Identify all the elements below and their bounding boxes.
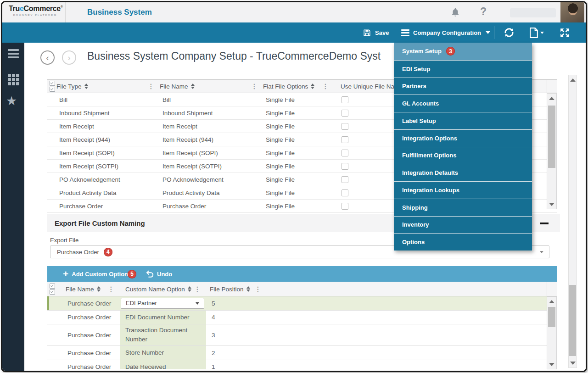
column-header-file-position[interactable]: File Position ⋮ bbox=[206, 282, 267, 296]
export-file-label: Export File bbox=[50, 237, 78, 244]
table-row[interactable]: Purchase Order Date Received 1 bbox=[47, 360, 547, 369]
user-name-redacted bbox=[510, 8, 556, 17]
save-button[interactable]: Save bbox=[363, 22, 389, 43]
select-all-checkboxes-icon[interactable] bbox=[47, 282, 59, 296]
column-menu-icon[interactable]: ⋮ bbox=[108, 285, 114, 293]
scroll-down-arrow[interactable] bbox=[569, 359, 577, 367]
divider bbox=[494, 26, 494, 39]
scroll-up-arrow[interactable] bbox=[569, 76, 577, 84]
use-unique-checkbox[interactable] bbox=[342, 110, 348, 117]
scroll-up-arrow[interactable] bbox=[547, 95, 556, 102]
refresh-button[interactable] bbox=[503, 22, 515, 43]
custom-naming-toolbar: + Add Custom Option 5 Undo bbox=[47, 266, 557, 282]
use-unique-checkbox[interactable] bbox=[342, 189, 348, 196]
nav-forward-button[interactable]: › bbox=[62, 50, 76, 65]
add-custom-option-button[interactable]: + Add Custom Option 5 bbox=[63, 270, 136, 278]
notifications-bell-icon[interactable] bbox=[450, 7, 460, 17]
menu-icon bbox=[401, 29, 409, 36]
company-configuration-menu-button[interactable]: Company Configuration bbox=[401, 22, 490, 43]
column-menu-icon[interactable]: ⋮ bbox=[322, 83, 329, 90]
table-row[interactable]: Purchase Order EDI Partner 5 bbox=[47, 296, 547, 311]
custom-table-scrollbar[interactable] bbox=[547, 296, 557, 369]
chevron-down-icon bbox=[486, 31, 490, 34]
custom-naming-table: File Name ⋮ Custom Name Option ⋮ File Po… bbox=[47, 282, 557, 296]
menu-item-options[interactable]: Options bbox=[394, 233, 532, 251]
favorites-star-icon[interactable]: ★ bbox=[6, 95, 17, 107]
scrollbar-header-spacer bbox=[547, 80, 557, 93]
menu-item-gl-accounts[interactable]: GL Accounts bbox=[394, 95, 532, 112]
save-icon bbox=[363, 28, 371, 37]
scrollbar-header-spacer bbox=[547, 282, 557, 296]
column-header-flat-file-options[interactable]: Flat File Options ⋮ bbox=[263, 80, 334, 93]
scroll-down-arrow[interactable] bbox=[547, 361, 556, 368]
scrollbar-thumb[interactable] bbox=[569, 285, 576, 356]
sidebar-menu-icon[interactable] bbox=[8, 49, 19, 58]
column-menu-icon[interactable]: ⋮ bbox=[251, 83, 258, 90]
application-window: TrueCommerce® FOUNDRY PLATFORM Business … bbox=[1, 1, 587, 372]
page-title: Business System Company Setup - TrueComm… bbox=[87, 50, 381, 62]
use-unique-checkbox[interactable] bbox=[342, 163, 348, 170]
chevron-down-icon bbox=[196, 302, 199, 305]
use-unique-checkbox[interactable] bbox=[342, 96, 348, 103]
truecommerce-logo: TrueCommerce® FOUNDRY PLATFORM bbox=[9, 5, 62, 17]
menu-item-system-setup[interactable]: System Setup 3 bbox=[394, 43, 532, 60]
collapse-section-button[interactable] bbox=[540, 223, 549, 224]
sort-icon bbox=[191, 84, 195, 89]
menu-item-integration-lookups[interactable]: Integration Lookups bbox=[394, 181, 532, 199]
custom-name-option-select[interactable]: EDI Partner bbox=[121, 298, 204, 309]
column-menu-icon[interactable]: ⋮ bbox=[194, 285, 201, 293]
column-header-file-name[interactable]: File Name ⋮ bbox=[160, 80, 263, 93]
select-all-checkboxes-icon[interactable] bbox=[47, 80, 56, 93]
scroll-up-arrow[interactable] bbox=[547, 298, 556, 305]
sort-icon bbox=[97, 286, 101, 292]
use-unique-checkbox[interactable] bbox=[342, 176, 348, 183]
column-header-custom-name-option[interactable]: Custom Name Option ⋮ bbox=[120, 282, 206, 296]
table-row[interactable]: Purchase Order EDI Document Number 4 bbox=[47, 311, 547, 324]
logo-subtitle: FOUNDRY PLATFORM bbox=[9, 14, 62, 17]
use-unique-checkbox[interactable] bbox=[342, 136, 348, 143]
menu-item-shipping[interactable]: Shipping bbox=[394, 199, 532, 216]
file-table-scrollbar[interactable] bbox=[547, 93, 557, 209]
column-header-file-type[interactable]: File Type ⋮ bbox=[56, 80, 160, 93]
chevron-down-icon bbox=[540, 32, 544, 34]
column-menu-icon[interactable]: ⋮ bbox=[148, 83, 154, 90]
sort-icon bbox=[311, 84, 314, 89]
left-sidebar: ★ bbox=[2, 43, 24, 371]
divider bbox=[65, 2, 66, 22]
undo-icon bbox=[146, 270, 154, 278]
scrollbar-thumb[interactable] bbox=[548, 307, 555, 327]
plus-icon: + bbox=[63, 269, 68, 278]
fullscreen-expand-button[interactable] bbox=[559, 22, 571, 43]
use-unique-checkbox[interactable] bbox=[342, 123, 348, 130]
table-row[interactable]: Purchase Order Transaction Document Numb… bbox=[47, 324, 547, 346]
action-toolbar: Save Company Configuration bbox=[2, 22, 586, 43]
use-unique-checkbox[interactable] bbox=[342, 203, 348, 210]
top-bar: TrueCommerce® FOUNDRY PLATFORM Business … bbox=[2, 2, 586, 23]
custom-table-header: File Name ⋮ Custom Name Option ⋮ File Po… bbox=[47, 282, 557, 296]
apps-grid-icon[interactable] bbox=[8, 74, 19, 85]
custom-table-body: Purchase Order EDI Partner 5 Purchase Or… bbox=[47, 296, 547, 369]
callout-badge: 5 bbox=[128, 270, 136, 278]
use-unique-checkbox[interactable] bbox=[342, 150, 348, 156]
menu-item-integration-defaults[interactable]: Integration Defaults bbox=[394, 164, 532, 181]
user-avatar[interactable] bbox=[560, 2, 584, 22]
column-header-file-name[interactable]: File Name ⋮ bbox=[59, 282, 120, 296]
callout-badge: 3 bbox=[446, 47, 455, 56]
sort-icon bbox=[188, 286, 191, 292]
menu-item-fulfillment-options[interactable]: Fulfillment Options bbox=[394, 147, 532, 164]
table-row[interactable]: Purchase Order Store Number 2 bbox=[47, 346, 547, 360]
menu-item-inventory[interactable]: Inventory bbox=[394, 216, 532, 234]
page-scrollbar[interactable] bbox=[568, 75, 577, 368]
sort-icon bbox=[246, 286, 250, 292]
menu-item-partners[interactable]: Partners bbox=[394, 78, 532, 95]
help-icon[interactable]: ? bbox=[480, 6, 487, 18]
menu-item-integration-options[interactable]: Integration Options bbox=[394, 129, 532, 147]
menu-item-label-setup[interactable]: Label Setup bbox=[394, 112, 532, 129]
undo-button[interactable]: Undo bbox=[146, 270, 172, 278]
scrollbar-thumb[interactable] bbox=[548, 106, 555, 168]
menu-item-edi-setup[interactable]: EDI Setup bbox=[394, 60, 532, 78]
nav-back-button[interactable]: ‹ bbox=[40, 50, 55, 65]
new-document-button[interactable] bbox=[529, 22, 544, 43]
column-menu-icon[interactable]: ⋮ bbox=[255, 285, 261, 293]
scroll-down-arrow[interactable] bbox=[547, 200, 556, 208]
